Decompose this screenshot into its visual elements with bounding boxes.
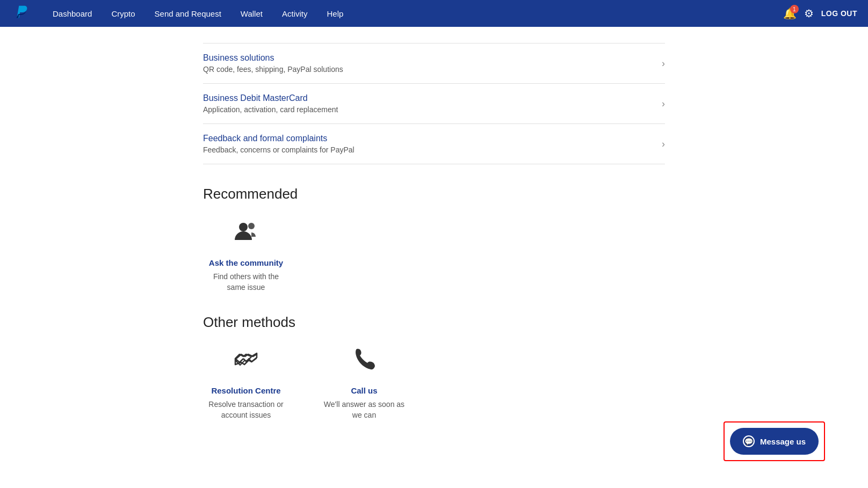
chevron-icon-business-solutions: › <box>662 58 665 69</box>
nav-send-request[interactable]: Send and Request <box>145 0 231 27</box>
list-item-debit-mastercard[interactable]: Business Debit MasterCard Application, a… <box>203 84 665 124</box>
navbar: Dashboard Crypto Send and Request Wallet… <box>0 0 868 27</box>
message-us-label: Message us <box>760 437 806 446</box>
help-list-section: Business solutions QR code, fees, shippi… <box>203 43 665 164</box>
call-us-desc: We'll answer as soon as we can <box>321 399 407 420</box>
settings-icon[interactable]: ⚙ <box>804 7 814 20</box>
resolution-centre-desc: Resolve transaction or account issues <box>203 399 289 420</box>
list-item-title-debit-mastercard: Business Debit MasterCard <box>203 93 651 103</box>
ask-community-title: Ask the community <box>209 258 283 267</box>
chevron-icon-feedback: › <box>662 139 665 150</box>
message-icon: 💬 <box>743 435 755 447</box>
community-icon <box>233 218 259 251</box>
paypal-logo[interactable] <box>11 3 32 24</box>
list-item-business-solutions[interactable]: Business solutions QR code, fees, shippi… <box>203 43 665 84</box>
recommended-section-title: Recommended <box>203 186 665 202</box>
list-item-feedback[interactable]: Feedback and formal complaints Feedback,… <box>203 124 665 164</box>
list-item-desc-business-solutions: QR code, fees, shipping, PayPal solution… <box>203 65 651 74</box>
nav-links: Dashboard Crypto Send and Request Wallet… <box>43 0 783 27</box>
nav-help[interactable]: Help <box>317 0 353 27</box>
svg-point-1 <box>248 223 255 229</box>
method-item-resolution-centre[interactable]: Resolution Centre Resolve transaction or… <box>203 347 289 420</box>
ask-community-desc: Find others with the same issue <box>203 272 289 293</box>
list-item-title-feedback: Feedback and formal complaints <box>203 134 651 143</box>
nav-dashboard[interactable]: Dashboard <box>43 0 102 27</box>
chevron-icon-debit-mastercard: › <box>662 98 665 110</box>
nav-wallet[interactable]: Wallet <box>231 0 272 27</box>
other-methods-section-title: Other methods <box>203 314 665 331</box>
resolution-centre-title: Resolution Centre <box>211 386 280 395</box>
message-us-button[interactable]: 💬 Message us <box>730 428 819 455</box>
list-item-desc-feedback: Feedback, concerns or complaints for Pay… <box>203 145 651 154</box>
method-item-call-us[interactable]: Call us We'll answer as soon as we can <box>321 347 407 420</box>
recommended-grid: Ask the community Find others with the s… <box>203 218 665 293</box>
other-methods-grid: Resolution Centre Resolve transaction or… <box>203 347 665 420</box>
logout-button[interactable]: LOG OUT <box>821 9 857 18</box>
message-us-container: 💬 Message us <box>724 421 825 461</box>
main-content: Business solutions QR code, fees, shippi… <box>192 27 676 436</box>
notification-badge: 1 <box>790 5 799 13</box>
recommended-item-ask-community[interactable]: Ask the community Find others with the s… <box>203 218 289 293</box>
call-us-title: Call us <box>351 386 377 395</box>
list-item-desc-debit-mastercard: Application, activation, card replacemen… <box>203 105 651 114</box>
nav-activity[interactable]: Activity <box>272 0 317 27</box>
svg-point-0 <box>239 223 248 231</box>
list-item-title-business-solutions: Business solutions <box>203 53 651 63</box>
notification-bell[interactable]: 🔔 1 <box>783 7 797 20</box>
nav-crypto[interactable]: Crypto <box>102 0 144 27</box>
nav-right: 🔔 1 ⚙ LOG OUT <box>783 7 857 20</box>
resolution-centre-icon <box>233 347 259 378</box>
call-us-icon <box>352 347 376 378</box>
